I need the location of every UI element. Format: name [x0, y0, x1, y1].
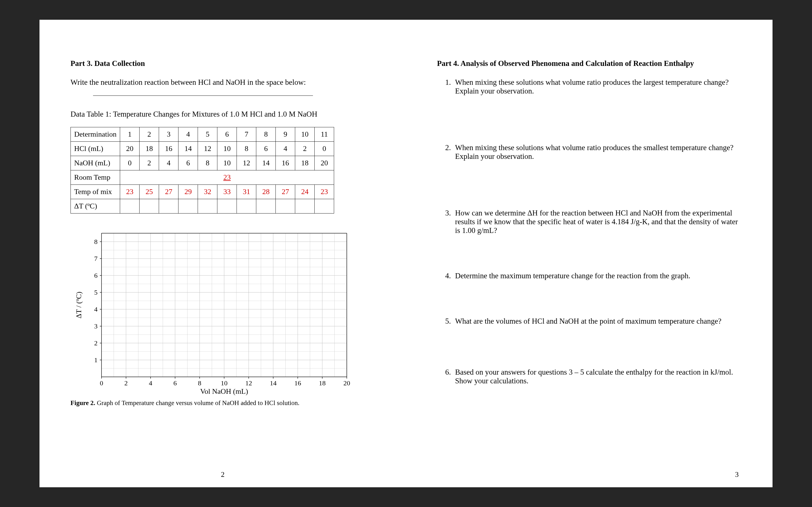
cell-empty	[140, 199, 159, 214]
table-title: Data Table 1: Temperature Changes for Mi…	[70, 110, 375, 119]
cell: 12	[237, 156, 256, 170]
svg-text:ΔT / (ºC): ΔT / (ºC)	[75, 291, 83, 318]
cell: 2	[140, 127, 159, 142]
svg-text:1: 1	[94, 356, 98, 363]
page-left: Part 3. Data Collection Write the neutra…	[40, 20, 406, 487]
row-header: Determination	[71, 127, 120, 142]
page-right: Part 4. Analysis of Observed Phenomena a…	[406, 20, 772, 487]
table-row: NaOH (mL) 0 2 4 6 8 10 12 14 16 18 20	[71, 156, 334, 170]
question-1: When mixing these solutions what volume …	[453, 78, 742, 96]
cell: 27	[159, 185, 179, 199]
cell: 20	[315, 156, 334, 170]
cell: 9	[276, 127, 295, 142]
cell: 4	[159, 156, 179, 170]
document-spread: Part 3. Data Collection Write the neutra…	[40, 20, 772, 487]
row-header: Temp of mix	[71, 185, 120, 199]
cell-empty	[237, 199, 256, 214]
cell: 25	[140, 185, 159, 199]
cell: 23	[315, 185, 334, 199]
cell: 32	[198, 185, 217, 199]
table-row: Temp of mix 23 25 27 29 32 33 31 28 27 2…	[71, 185, 334, 199]
cell: 20	[120, 142, 140, 156]
cell: 23	[120, 185, 140, 199]
cell: 6	[217, 127, 237, 142]
cell: 1	[120, 127, 140, 142]
cell: 18	[295, 156, 315, 170]
cell: 33	[217, 185, 237, 199]
svg-text:8: 8	[198, 379, 201, 387]
table-row: HCl (mL) 20 18 16 14 12 10 8 6 4 2 0	[71, 142, 334, 156]
question-2: When mixing these solutions what volume …	[453, 144, 742, 161]
svg-text:10: 10	[221, 379, 227, 387]
cell: 24	[295, 185, 315, 199]
svg-text:2: 2	[94, 339, 98, 347]
svg-text:7: 7	[94, 255, 98, 262]
cell: 16	[276, 156, 295, 170]
page-number: 2	[221, 470, 225, 479]
svg-text:4: 4	[94, 305, 98, 313]
cell: 6	[179, 156, 198, 170]
cell: 14	[256, 156, 276, 170]
cell: 4	[179, 127, 198, 142]
cell-empty	[256, 199, 276, 214]
cell: 8	[256, 127, 276, 142]
figure-2: 0246810121416182012345678Vol NaOH (mL)ΔT…	[70, 230, 375, 407]
page-number: 3	[735, 470, 739, 479]
cell: 6	[256, 142, 276, 156]
chart-grid: 0246810121416182012345678Vol NaOH (mL)ΔT…	[70, 230, 352, 397]
question-3: How can we determine ΔH for the reaction…	[453, 209, 742, 235]
cell: 31	[237, 185, 256, 199]
figure-caption-text: Graph of Temperature change versus volum…	[95, 399, 299, 406]
cell-empty	[159, 199, 179, 214]
cell: 8	[237, 142, 256, 156]
cell: 0	[120, 156, 140, 170]
cell-room-temp: 23	[120, 170, 334, 185]
row-header: NaOH (mL)	[71, 156, 120, 170]
cell-empty	[217, 199, 237, 214]
row-header: HCl (mL)	[71, 142, 120, 156]
section-heading-part4: Part 4. Analysis of Observed Phenomena a…	[437, 59, 742, 68]
row-header: ΔT (ºC)	[71, 199, 120, 214]
row-header: Room Temp	[71, 170, 120, 185]
cell-empty	[295, 199, 315, 214]
cell: 2	[295, 142, 315, 156]
cell-empty	[276, 199, 295, 214]
svg-text:6: 6	[173, 379, 177, 387]
svg-text:8: 8	[94, 238, 98, 245]
figure-label: Figure 2.	[70, 399, 95, 406]
question-list: When mixing these solutions what volume …	[437, 78, 742, 385]
cell: 27	[276, 185, 295, 199]
svg-text:18: 18	[319, 379, 326, 387]
cell: 10	[295, 127, 315, 142]
table-row: Room Temp 23	[71, 170, 334, 185]
cell: 28	[256, 185, 276, 199]
svg-text:12: 12	[245, 379, 252, 387]
cell: 10	[217, 142, 237, 156]
cell-empty	[179, 199, 198, 214]
answer-blank-line	[93, 95, 313, 96]
svg-text:16: 16	[294, 379, 301, 387]
cell: 29	[179, 185, 198, 199]
cell: 4	[276, 142, 295, 156]
svg-text:0: 0	[100, 379, 103, 387]
svg-text:6: 6	[94, 272, 98, 279]
cell: 2	[140, 156, 159, 170]
cell: 0	[315, 142, 334, 156]
cell-empty	[198, 199, 217, 214]
cell: 11	[315, 127, 334, 142]
cell: 7	[237, 127, 256, 142]
question-5: What are the volumes of HCl and NaOH at …	[453, 317, 742, 326]
question-4: Determine the maximum temperature change…	[453, 272, 742, 280]
cell: 8	[198, 156, 217, 170]
question-6: Based on your answers for questions 3 – …	[453, 368, 742, 385]
table-row: Determination 1 2 3 4 5 6 7 8 9 10 11	[71, 127, 334, 142]
cell-empty	[120, 199, 140, 214]
cell: 12	[198, 142, 217, 156]
cell: 5	[198, 127, 217, 142]
instruction-text: Write the neutralization reaction betwee…	[70, 78, 375, 87]
data-table-1: Determination 1 2 3 4 5 6 7 8 9 10 11 HC…	[70, 127, 334, 214]
cell: 14	[179, 142, 198, 156]
svg-text:3: 3	[94, 323, 98, 330]
table-row: ΔT (ºC)	[71, 199, 334, 214]
svg-text:5: 5	[94, 289, 98, 296]
